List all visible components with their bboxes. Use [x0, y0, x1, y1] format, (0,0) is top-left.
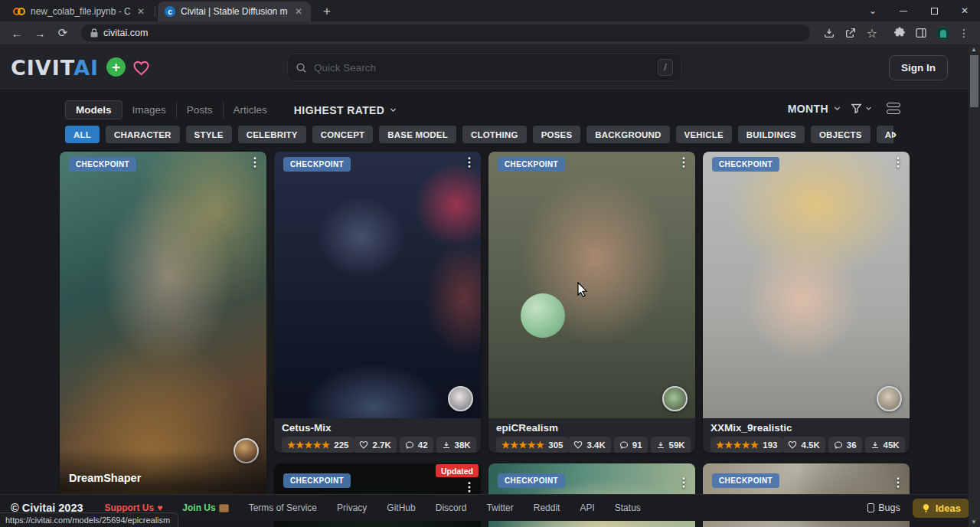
- card-menu-kebab-icon[interactable]: ⋮: [678, 476, 690, 489]
- card-menu-kebab-icon[interactable]: ⋮: [463, 155, 475, 169]
- category-chip[interactable]: CELEBRITY: [238, 126, 306, 143]
- category-chip[interactable]: STYLE: [186, 126, 232, 143]
- category-chip[interactable]: BUILDINGS: [738, 126, 805, 143]
- model-card[interactable]: CHECKPOINT ⋮ XXMix_9realistic ★★★★★ 193: [703, 152, 910, 453]
- footer-link[interactable]: Discord: [436, 502, 467, 513]
- comments-pill[interactable]: 36: [828, 437, 862, 453]
- browser-menu-kebab-icon[interactable]: ⋮: [956, 25, 972, 41]
- address-bar[interactable]: civitai.com: [81, 25, 810, 41]
- downloads-pill[interactable]: 45K: [865, 437, 905, 453]
- window-minimize-button[interactable]: [888, 0, 919, 21]
- creator-avatar[interactable]: [448, 386, 473, 411]
- category-chip[interactable]: VEHICLE: [676, 126, 732, 143]
- tab-close-icon[interactable]: ✕: [136, 6, 146, 17]
- new-tab-button[interactable]: +: [318, 3, 335, 20]
- creator-avatar[interactable]: [877, 386, 902, 411]
- browser-toolbar: ← → ⟳ civitai.com ☆ ⋮: [0, 21, 980, 44]
- ideas-button[interactable]: Ideas: [913, 499, 969, 518]
- likes-pill[interactable]: 2.7K: [354, 437, 396, 453]
- tab-civitai[interactable]: c Civitai | Stable Diffusion models, ✕: [158, 2, 311, 21]
- tab-images[interactable]: Images: [122, 101, 176, 119]
- civitai-logo[interactable]: CIVITAI: [11, 56, 99, 80]
- footer-link[interactable]: API: [580, 502, 594, 513]
- bookmark-star-icon[interactable]: ☆: [864, 25, 880, 41]
- tab-models[interactable]: Models: [65, 100, 122, 119]
- create-plus-button[interactable]: +: [106, 57, 126, 77]
- footer-link-label: Twitter: [486, 502, 513, 513]
- likes-pill[interactable]: 4.5K: [782, 437, 825, 453]
- browser-tab-strip: new_colab_file.ipynb - Colaborat ✕ c Civ…: [0, 0, 980, 21]
- category-chip[interactable]: ALL: [65, 126, 100, 143]
- footer-link[interactable]: Terms of Service: [249, 502, 317, 513]
- footer-link[interactable]: Privacy: [337, 502, 367, 513]
- comments-pill[interactable]: 91: [614, 437, 648, 453]
- lightbulb-icon: [921, 503, 931, 513]
- search-input[interactable]: Quick Search /: [287, 54, 681, 81]
- card-menu-kebab-icon[interactable]: ⋮: [678, 155, 690, 169]
- category-chip[interactable]: CONCEPT: [312, 126, 374, 143]
- comments-pill[interactable]: 42: [400, 437, 433, 453]
- card-menu-kebab-icon[interactable]: ⋮: [249, 155, 261, 169]
- window-close-button[interactable]: ✕: [949, 0, 980, 21]
- footer-link[interactable]: Twitter: [486, 502, 513, 513]
- filter-funnel-dropdown[interactable]: [850, 102, 873, 115]
- footer-link[interactable]: GitHub: [387, 502, 415, 513]
- card-menu-kebab-icon[interactable]: ⋮: [892, 155, 904, 169]
- tab-close-icon[interactable]: ✕: [293, 6, 304, 17]
- downloads-pill[interactable]: 59K: [651, 437, 691, 453]
- rating-pill[interactable]: ★★★★★ 305: [496, 437, 568, 453]
- forward-button[interactable]: →: [31, 24, 49, 42]
- footer-link[interactable]: Status: [615, 502, 641, 513]
- profile-avatar[interactable]: [934, 25, 951, 41]
- rating-count: 305: [548, 440, 563, 450]
- extensions-puzzle-icon[interactable]: [891, 25, 908, 41]
- tab-search-chevron-icon[interactable]: ⌄: [858, 0, 888, 21]
- rating-pill[interactable]: ★★★★★ 193: [710, 437, 782, 453]
- model-card[interactable]: CHECKPOINT ⋮ Cetus-Mix ★★★★★ 225: [274, 152, 481, 453]
- side-panel-icon[interactable]: [913, 25, 929, 41]
- favorites-heart-icon[interactable]: [131, 57, 151, 77]
- scrollbar-thumb[interactable]: [970, 55, 978, 107]
- page-scrollbar[interactable]: ▲ ▼: [969, 44, 980, 527]
- likes-pill[interactable]: 3.4K: [568, 437, 610, 453]
- card-size-toggle-icon[interactable]: [887, 103, 900, 114]
- tab-colab[interactable]: new_colab_file.ipynb - Colaborat ✕: [6, 2, 153, 21]
- footer-link[interactable]: Reddit: [534, 502, 560, 513]
- card-row-1: CHECKPOINT ⋮ Cetus-Mix ★★★★★ 225: [274, 152, 910, 453]
- model-card-dreamshaper[interactable]: CHECKPOINT ⋮ DreamShaper: [60, 152, 266, 518]
- category-chip[interactable]: ANIMAL: [877, 126, 893, 143]
- card-info: XXMix_9realistic ★★★★★ 193 4.5K: [703, 418, 910, 453]
- model-card[interactable]: CHECKPOINT ⋮ epiCRealism ★★★★★ 305: [488, 152, 695, 453]
- chips-scroll-right-icon[interactable]: ›: [893, 127, 897, 140]
- card-menu-kebab-icon[interactable]: ⋮: [463, 480, 475, 494]
- category-chip[interactable]: CHARACTER: [106, 126, 180, 143]
- category-chip[interactable]: BASE MODEL: [379, 126, 456, 143]
- share-icon[interactable]: [842, 25, 859, 41]
- sort-dropdown[interactable]: HIGHEST RATED: [294, 104, 399, 116]
- reload-button[interactable]: ⟳: [54, 24, 72, 42]
- footer-link[interactable]: Join Us: [182, 502, 228, 513]
- tab-posts[interactable]: Posts: [176, 101, 223, 119]
- category-chip[interactable]: OBJECTS: [811, 126, 871, 143]
- chevron-down-icon: [864, 104, 873, 113]
- creator-avatar[interactable]: [662, 386, 688, 411]
- bugs-button[interactable]: Bugs: [867, 502, 900, 513]
- checkpoint-badge: CHECKPOINT: [498, 157, 565, 172]
- category-chip[interactable]: POSES: [533, 126, 581, 143]
- period-dropdown[interactable]: MONTH: [788, 103, 842, 115]
- scrollbar-up-arrow[interactable]: ▲: [971, 46, 977, 53]
- card-menu-kebab-icon[interactable]: ⋮: [892, 476, 904, 489]
- scrollbar-down-arrow[interactable]: ▼: [971, 519, 977, 525]
- category-chip[interactable]: BACKGROUND: [586, 126, 669, 143]
- category-chip[interactable]: CLOTHING: [462, 126, 527, 143]
- back-button[interactable]: ←: [8, 24, 26, 42]
- downloads-pill[interactable]: 38K: [436, 437, 476, 453]
- download-icon[interactable]: [821, 25, 838, 41]
- likes-count: 4.5K: [801, 440, 819, 450]
- rating-pill[interactable]: ★★★★★ 225: [282, 437, 354, 453]
- sign-in-button[interactable]: Sign In: [889, 55, 948, 80]
- window-maximize-button[interactable]: [919, 0, 949, 21]
- comments-count: 36: [847, 440, 857, 450]
- footer-link[interactable]: Support Us ♥: [105, 502, 163, 513]
- tab-articles[interactable]: Articles: [223, 101, 277, 119]
